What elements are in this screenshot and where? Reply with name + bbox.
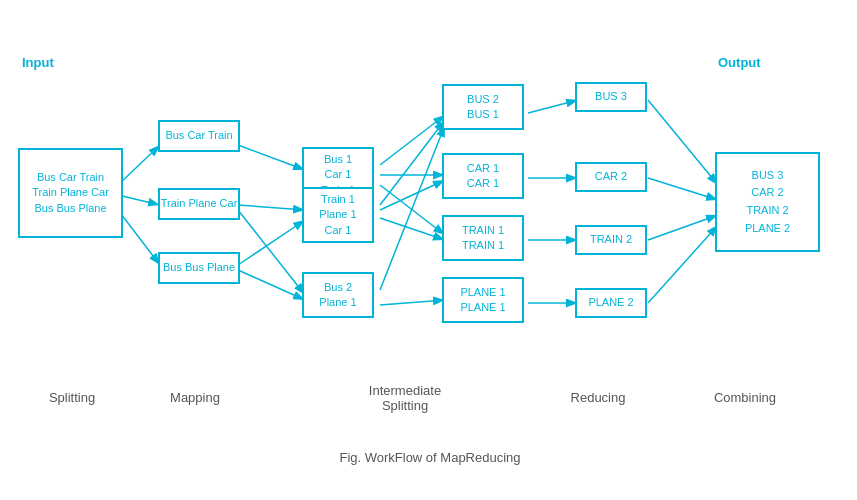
- svg-line-14: [380, 218, 445, 240]
- input-box: Bus Car TrainTrain Plane CarBus Bus Plan…: [18, 148, 123, 238]
- reduce-box-1: BUS 3: [575, 82, 647, 112]
- inter-box-3: TRAIN 1TRAIN 1: [442, 215, 524, 261]
- output-label: Output: [718, 55, 761, 70]
- intermediate-splitting-label: IntermediateSplitting: [355, 383, 455, 413]
- svg-line-21: [648, 100, 718, 185]
- svg-line-17: [528, 100, 578, 113]
- split-box-3: Bus 2Plane 1: [302, 272, 374, 318]
- input-label: Input: [22, 55, 54, 70]
- reduce-box-2: CAR 2: [575, 162, 647, 192]
- svg-line-22: [648, 178, 718, 200]
- map-box-2: Train Plane Car: [158, 188, 240, 220]
- svg-line-7: [238, 220, 305, 265]
- svg-line-15: [380, 125, 445, 290]
- svg-line-4: [238, 145, 305, 170]
- map-box-3: Bus Bus Plane: [158, 252, 240, 284]
- svg-line-8: [238, 270, 305, 300]
- inter-box-2: CAR 1CAR 1: [442, 153, 524, 199]
- svg-line-1: [118, 145, 160, 185]
- svg-line-9: [380, 115, 445, 165]
- inter-box-1: BUS 2BUS 1: [442, 84, 524, 130]
- svg-line-16: [380, 300, 445, 305]
- combining-label: Combining: [700, 390, 790, 405]
- map-box-1: Bus Car Train: [158, 120, 240, 152]
- reduce-box-4: PLANE 2: [575, 288, 647, 318]
- reduce-box-3: TRAIN 2: [575, 225, 647, 255]
- mapping-label: Mapping: [155, 390, 235, 405]
- fig-label: Fig. WorkFlow of MapReducing: [270, 450, 590, 465]
- svg-line-5: [238, 205, 305, 210]
- reducing-label: Reducing: [558, 390, 638, 405]
- svg-line-6: [238, 210, 305, 295]
- splitting-label: Splitting: [32, 390, 112, 405]
- output-box: BUS 3CAR 2TRAIN 2PLANE 2: [715, 152, 820, 252]
- split-box-2: Train 1Plane 1Car 1: [302, 187, 374, 243]
- svg-line-2: [118, 195, 160, 205]
- svg-line-3: [118, 210, 160, 265]
- svg-line-12: [380, 120, 445, 205]
- inter-box-4: PLANE 1PLANE 1: [442, 277, 524, 323]
